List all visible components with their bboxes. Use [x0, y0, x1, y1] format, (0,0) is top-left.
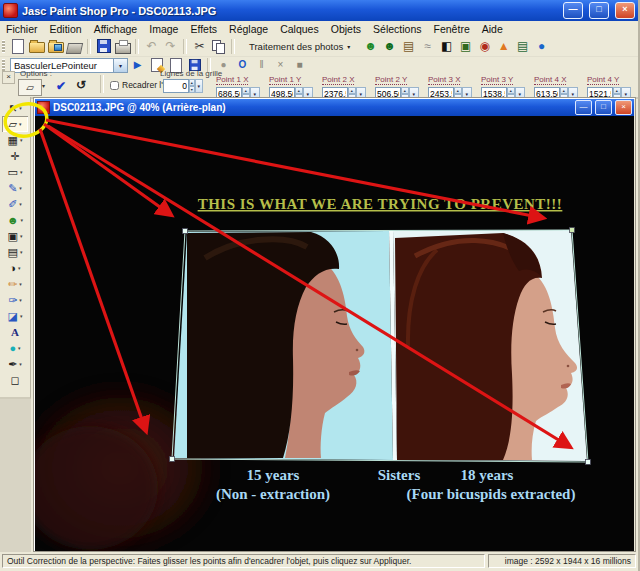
- flyout-arrow-icon[interactable]: ▾: [20, 169, 23, 175]
- new-button[interactable]: [8, 37, 27, 55]
- redo-button[interactable]: ↷: [161, 37, 180, 55]
- apply-button[interactable]: ✔: [56, 79, 66, 93]
- menu-calques[interactable]: Calques: [274, 23, 325, 35]
- flyout-arrow-icon[interactable]: ▾: [19, 121, 22, 127]
- flyout-arrow-icon[interactable]: ▾: [20, 137, 23, 143]
- flyout-arrow-icon[interactable]: ▾: [19, 105, 22, 111]
- photo-processing-button[interactable]: Traitement des photos ▾: [242, 37, 357, 56]
- run-script-button[interactable]: ▶: [128, 58, 147, 72]
- red-eye-button[interactable]: ◉: [475, 37, 494, 55]
- color-balance-button[interactable]: ▲: [494, 37, 513, 55]
- eraser-icon: ◪: [8, 310, 18, 323]
- document-close-button[interactable]: ×: [615, 100, 632, 115]
- selection-tool-button[interactable]: ▭▾: [2, 164, 28, 180]
- paint-brush-tool-button[interactable]: ✏▾: [2, 276, 28, 292]
- document-minimize-button[interactable]: —: [575, 100, 592, 115]
- menu-affichage[interactable]: Affichage: [88, 23, 144, 35]
- document-title-bar[interactable]: DSC02113.JPG @ 40% (Arrière-plan) — □ ×: [35, 99, 634, 116]
- flyout-arrow-icon[interactable]: ▾: [20, 313, 23, 319]
- chevron-down-icon[interactable]: ▾: [113, 59, 127, 72]
- cut-button[interactable]: ✂: [190, 37, 209, 55]
- crop-image-checkbox-input[interactable]: [110, 81, 119, 90]
- contrast-button[interactable]: ◧: [437, 37, 456, 55]
- reset-button[interactable]: ↺: [76, 78, 86, 92]
- document-canvas[interactable]: THIS IS WHAT WE ARE TRYING TO PREVENT!!!…: [35, 116, 634, 551]
- twain-button[interactable]: [65, 37, 84, 55]
- eraser-tool-button[interactable]: ◪▾: [2, 308, 28, 324]
- deform-tool-button[interactable]: ▦▾: [2, 132, 28, 148]
- framed-photo-button[interactable]: ▣: [456, 37, 475, 55]
- deform-icon: ▦: [8, 134, 18, 147]
- text-tool-button[interactable]: A: [2, 324, 28, 340]
- flyout-arrow-icon[interactable]: ▾: [20, 249, 23, 255]
- clone-brush-tool-button[interactable]: ▣▾: [2, 228, 28, 244]
- photo-button[interactable]: ▤: [399, 37, 418, 55]
- freehand-selection-tool-button[interactable]: ✎▾: [2, 180, 28, 196]
- chevron-down-icon[interactable]: ▾: [195, 79, 203, 93]
- menu-edition[interactable]: Edition: [44, 23, 88, 35]
- move-tool-button[interactable]: ✛: [2, 148, 28, 164]
- help-globe-button[interactable]: ●: [532, 37, 551, 55]
- chevron-down-icon[interactable]: ▾: [42, 82, 45, 89]
- dropper-tool-button[interactable]: ✐▾: [2, 196, 28, 212]
- one-step-photo-fix-button[interactable]: ☻: [361, 37, 380, 55]
- menu-aide[interactable]: Aide: [476, 23, 509, 35]
- point-3-x-label: Point 3 X: [428, 75, 460, 85]
- flyout-arrow-icon[interactable]: ▾: [18, 345, 21, 351]
- toolbar-grip[interactable]: [2, 59, 5, 72]
- document-restore-button[interactable]: □: [595, 100, 612, 115]
- menu-fenetre[interactable]: Fenêtre: [428, 23, 476, 35]
- dodge-burn-tool-button[interactable]: ◑▾: [2, 260, 28, 276]
- move-icon: ✛: [10, 150, 19, 163]
- perspective-tool-preview-icon[interactable]: ▱: [18, 79, 42, 96]
- close-button[interactable]: ×: [615, 2, 635, 19]
- menu-objets[interactable]: Objets: [325, 23, 367, 35]
- title-bar[interactable]: Jasc Paint Shop Pro - DSC02113.JPG — □ ×: [0, 0, 638, 21]
- flyout-arrow-icon[interactable]: ▾: [21, 217, 24, 223]
- menu-effets[interactable]: Effets: [184, 23, 223, 35]
- flyout-arrow-icon[interactable]: ▾: [19, 185, 22, 191]
- browse-icon: [48, 42, 64, 53]
- menu-image[interactable]: Image: [143, 23, 184, 35]
- image-button[interactable]: ▤: [513, 37, 532, 55]
- print-button[interactable]: [113, 37, 132, 55]
- flyout-arrow-icon[interactable]: ▾: [19, 281, 22, 287]
- flyout-arrow-icon[interactable]: ▾: [18, 265, 21, 271]
- perspective-handle-1[interactable]: [183, 229, 188, 234]
- preset-shapes-tool-button[interactable]: ●▾: [2, 340, 28, 356]
- flyout-arrow-icon[interactable]: ▾: [19, 297, 22, 303]
- tool-palette: ↖▾ ▱▾ ▦▾ ✛ ▭▾ ✎▾ ✐▾ ☻▾ ▣▾ ▤▾ ◑▾ ✏▾ ✑▾ ◪▾…: [0, 97, 31, 399]
- status-message: Outil Correction de la perspective: Fait…: [2, 554, 485, 568]
- picture-tube-tool-button[interactable]: ▤▾: [2, 244, 28, 260]
- dropper-icon: ✐: [8, 198, 17, 211]
- sharpen-button[interactable]: ≈: [418, 37, 437, 55]
- menu-reglage[interactable]: Réglage: [223, 23, 274, 35]
- grid-lines-input[interactable]: [163, 79, 189, 93]
- save-button[interactable]: [94, 37, 113, 55]
- minimize-button[interactable]: —: [563, 2, 583, 19]
- pan-tool-button[interactable]: ↖▾: [2, 100, 28, 116]
- browse-button[interactable]: [46, 37, 65, 55]
- pen-tool-button[interactable]: ✒▾: [2, 356, 28, 372]
- open-button[interactable]: [27, 37, 46, 55]
- flyout-arrow-icon[interactable]: ▾: [20, 233, 23, 239]
- toolbar-grip[interactable]: [2, 40, 5, 53]
- object-selector-tool-button[interactable]: ◻: [2, 372, 28, 388]
- copy-button[interactable]: [209, 37, 228, 55]
- menu-fichier[interactable]: Fichier: [0, 23, 44, 35]
- menu-selections[interactable]: Sélections: [367, 23, 427, 35]
- undo-button[interactable]: ↶: [142, 37, 161, 55]
- perspective-handle-3[interactable]: [586, 460, 591, 465]
- perspective-handle-2[interactable]: [570, 228, 575, 233]
- flyout-arrow-icon[interactable]: ▾: [19, 361, 22, 367]
- airbrush-tool-button[interactable]: ✑▾: [2, 292, 28, 308]
- left-gutter: [0, 399, 31, 552]
- flyout-arrow-icon[interactable]: ▾: [19, 201, 22, 207]
- perspective-correction-tool-button[interactable]: ▱▾: [2, 116, 28, 132]
- red-eye-tool-icon: ☻: [7, 214, 19, 226]
- maximize-button[interactable]: □: [589, 2, 609, 19]
- perspective-handle-4[interactable]: [170, 457, 175, 462]
- red-eye-tool-button[interactable]: ☻▾: [2, 212, 28, 228]
- palette-close-button[interactable]: ×: [2, 71, 15, 84]
- auto-photo-fix-button[interactable]: ☻: [380, 37, 399, 55]
